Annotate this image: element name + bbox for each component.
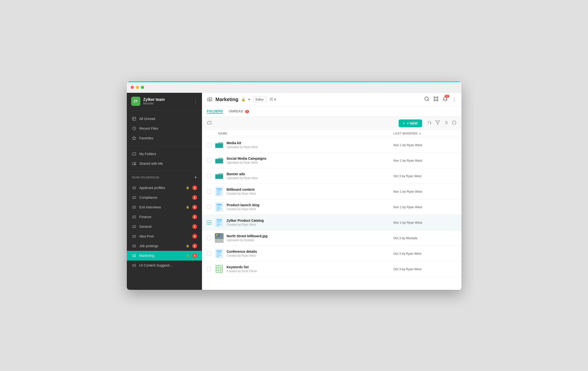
row-checkbox[interactable] — [207, 205, 211, 209]
sidebar-item-job-postings[interactable]: Job postings 🔒 2 — [127, 241, 202, 251]
file-name: Media kit — [227, 141, 394, 145]
file-row[interactable]: Billboard content Created by Ryan West N… — [202, 184, 462, 199]
filter-icon[interactable] — [435, 120, 440, 126]
info-icon[interactable] — [452, 120, 457, 126]
svg-rect-64 — [217, 256, 220, 257]
file-row[interactable]: Product launch blog Created by Ryan West… — [202, 199, 462, 215]
svg-marker-25 — [435, 121, 440, 124]
sidebar-item-ui-content[interactable]: UI Content Suggesti... — [127, 260, 202, 270]
sidebar-item-compliance[interactable]: Compliance 1 — [127, 193, 202, 202]
team-folder-icon — [132, 186, 136, 190]
file-icon — [215, 156, 224, 165]
more-icon[interactable]: ⋮ — [452, 96, 457, 102]
maximize-button[interactable] — [141, 86, 144, 89]
svg-rect-47 — [217, 210, 220, 211]
nav-section: All Unread Recent Files — [127, 112, 202, 145]
sidebar-menu-icon[interactable]: ⋮ — [193, 99, 198, 104]
file-modified: Nov 1 by Ryan West — [394, 221, 457, 224]
divider — [127, 111, 202, 111]
sort-az-icon[interactable] — [427, 120, 432, 126]
file-info: Billboard content Created by Ryan West — [227, 187, 394, 195]
row-checkbox[interactable] — [207, 143, 211, 147]
members-info: 6 — [269, 97, 276, 101]
idea-pool-label: Idea Pool — [139, 234, 189, 238]
sidebar-item-finance[interactable]: Finance 2 — [127, 212, 202, 222]
svg-point-8 — [134, 226, 134, 227]
main-header: Marketing 🔒 ▾ Editor 6 — [202, 93, 462, 106]
file-icon — [215, 249, 224, 258]
svg-point-9 — [134, 236, 134, 237]
sidebar-item-all-unread[interactable]: All Unread — [127, 114, 202, 124]
tab-folders[interactable]: FOLDERS — [207, 109, 223, 114]
file-row[interactable]: Zylker Product Catalog Created by Ryan W… — [202, 215, 462, 230]
svg-rect-37 — [217, 188, 222, 189]
row-checkbox[interactable] — [207, 236, 211, 240]
svg-rect-63 — [217, 255, 221, 256]
sidebar-item-idea-pool[interactable]: Idea Pool 4 — [127, 231, 202, 241]
row-checkbox[interactable] — [207, 158, 211, 163]
notifications-icon[interactable]: 27 — [442, 96, 448, 103]
file-name: Social Media Campaigns — [227, 156, 394, 160]
row-checkbox[interactable] — [207, 251, 211, 256]
recent-files-label: Recent Files — [139, 126, 197, 130]
search-icon[interactable] — [424, 96, 430, 103]
team-avatar: ZT — [131, 97, 140, 106]
svg-rect-45 — [217, 207, 220, 208]
file-info: Keywords list Created by Scott Fisher — [227, 265, 394, 273]
svg-rect-20 — [436, 99, 438, 101]
file-icon — [215, 140, 224, 150]
sidebar-item-applicant-profiles[interactable]: Applicant profiles 🔒 3 — [127, 183, 202, 193]
file-modified: Nov 1 by Ryan West — [394, 205, 457, 209]
file-row[interactable]: Banner ads Uploaded by Ryan West Oct 3 b… — [202, 168, 462, 184]
row-checkbox[interactable] — [207, 174, 211, 178]
svg-point-6 — [134, 207, 134, 208]
svg-rect-60 — [217, 251, 222, 251]
file-row[interactable]: Keywords list Created by Scott Fisher Oc… — [202, 261, 462, 277]
main-chevron-icon[interactable]: ▾ — [248, 97, 250, 101]
minimize-button[interactable] — [136, 86, 139, 89]
sidebar-item-shared-with-me[interactable]: Shared with Me — [127, 159, 202, 168]
file-sub: Created by Ryan West — [227, 254, 394, 257]
file-info: North Street billboard.jpg Uploaded by M… — [227, 234, 394, 242]
svg-rect-17 — [434, 97, 435, 98]
file-modified: Nov 1 by Ryan West — [394, 159, 457, 162]
new-button[interactable]: + + NEW — [399, 119, 422, 127]
lock-icon-marketing: 🔒 — [186, 254, 189, 257]
file-row[interactable]: Media kit Uploaded by Ryan West Nov 1 by… — [202, 137, 462, 153]
svg-rect-50 — [217, 221, 222, 222]
view-icon[interactable] — [443, 120, 448, 126]
svg-point-3 — [134, 163, 135, 164]
svg-rect-61 — [217, 252, 222, 253]
badge-general: 7 — [192, 224, 197, 229]
svg-point-4 — [134, 187, 134, 188]
editor-badge[interactable]: Editor — [253, 97, 266, 102]
file-info: Media kit Uploaded by Ryan West — [227, 141, 394, 149]
apps-icon[interactable] — [433, 96, 439, 103]
my-folders-label: My Folders — [139, 152, 197, 156]
row-checkbox[interactable] — [207, 189, 211, 194]
svg-rect-39 — [217, 191, 220, 192]
file-row[interactable]: North Street billboard.jpg Uploaded by M… — [202, 230, 462, 246]
file-row[interactable]: Conference details Created by Ryan West … — [202, 246, 462, 261]
tab-unread[interactable]: UNREAD 5 — [229, 109, 249, 114]
row-checkbox[interactable] — [207, 267, 211, 271]
file-sub: Created by Ryan West — [227, 192, 394, 195]
file-row[interactable]: Social Media Campaigns Uploaded by Ryan … — [202, 153, 462, 168]
sidebar-item-exit-interviews[interactable]: Exit interviews 🔒 6 — [127, 202, 202, 212]
sidebar-item-general[interactable]: General 7 — [127, 222, 202, 231]
row-checkbox[interactable] — [207, 220, 211, 225]
sidebar-item-recent-files[interactable]: Recent Files — [127, 124, 202, 133]
star-icon — [132, 136, 136, 141]
add-team-folder-button[interactable]: + — [194, 175, 197, 180]
svg-point-7 — [134, 217, 134, 217]
sidebar-item-my-folders[interactable]: My Folders — [127, 149, 202, 159]
app-window: ZT Zylker team Mustafa ⋮ All Unread — [127, 82, 462, 290]
inbox-icon — [132, 116, 136, 121]
sidebar-item-favorites[interactable]: Favorites — [127, 133, 202, 143]
badge-marketing: 5 — [192, 253, 197, 258]
file-info: Product launch blog Created by Ryan West — [227, 203, 394, 211]
sidebar-item-marketing[interactable]: Marketing 🔒 5 — [127, 251, 202, 260]
divider2 — [127, 146, 202, 146]
file-icon — [215, 218, 224, 227]
close-button[interactable] — [131, 86, 134, 89]
